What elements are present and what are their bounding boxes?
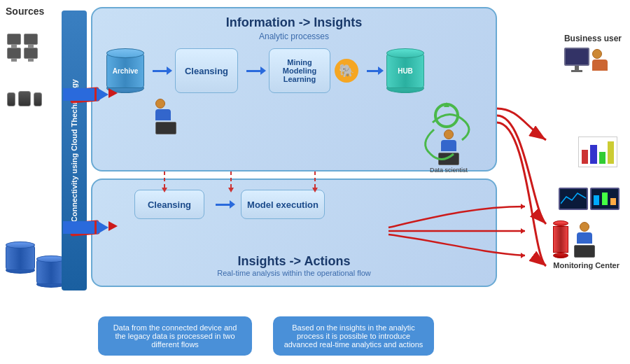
info-insights-box: Information -> Insights Analytic process… [91,7,497,172]
cleansing-rt-box: Cleansing [134,190,204,219]
connectivity-bar: Connectivity using Cloud Thechnology [62,10,87,290]
business-user-icon [564,48,622,72]
business-user-label: Business user [564,34,622,43]
monitoring-center-label: Monitoring Center [553,261,620,270]
arrow-cleanse-model [216,204,230,206]
cleansing-box: Cleansing [175,48,238,93]
svg-rect-17 [602,192,608,205]
mining-modeling-box: Mining Modeling Learning [269,48,330,93]
source-devices-mobile [7,91,42,106]
diagram-container: Sources Data Data Legacy [0,0,630,364]
archive-cylinder: Archive [106,48,144,93]
monitoring-center-section: Monitoring Center [553,220,620,270]
model-execution-box: Model execution [241,190,325,219]
arrow-cleanse-mining [246,70,260,72]
insights-actions-subtitle: Real-time analysis within the operationa… [99,269,489,277]
bottom-note-2: Based on the insights in the analytic pr… [273,316,434,356]
arrow-mining-hub [367,70,378,72]
source-devices-top [7,34,38,62]
business-user-section: Business user [564,34,622,72]
svg-rect-16 [594,195,599,205]
svg-marker-8 [521,204,525,209]
svg-rect-18 [610,198,616,205]
legacy-db-1: Legacy [6,241,35,282]
info-insights-subtitle: Analytic processes [99,31,489,41]
insights-actions-box: Cleansing Model execution Insights -> Ac… [91,178,497,287]
mining-modeling-group: Mining Modeling Learning 🐘 [269,48,358,93]
person-cleansing [155,99,176,174]
bottom-note-1: Data from the connected device and the l… [98,316,252,356]
data-label-bottom: Data [70,221,99,235]
hub-cylinder: HUB [386,48,424,93]
sources-label: Sources [6,6,44,17]
hadoop-icon: 🐘 [335,59,358,83]
data-scientist-area: Data scientist [430,99,468,174]
analytics-chart [578,136,617,167]
arrow-archive-cleanse [153,70,167,72]
svg-marker-10 [521,253,525,258]
info-insights-title: Information -> Insights [99,15,489,30]
insights-actions-title: Insights -> Actions [99,254,489,269]
data-label-top: Data [70,88,99,102]
svg-marker-9 [521,228,525,234]
monitoring-screens [559,188,620,210]
